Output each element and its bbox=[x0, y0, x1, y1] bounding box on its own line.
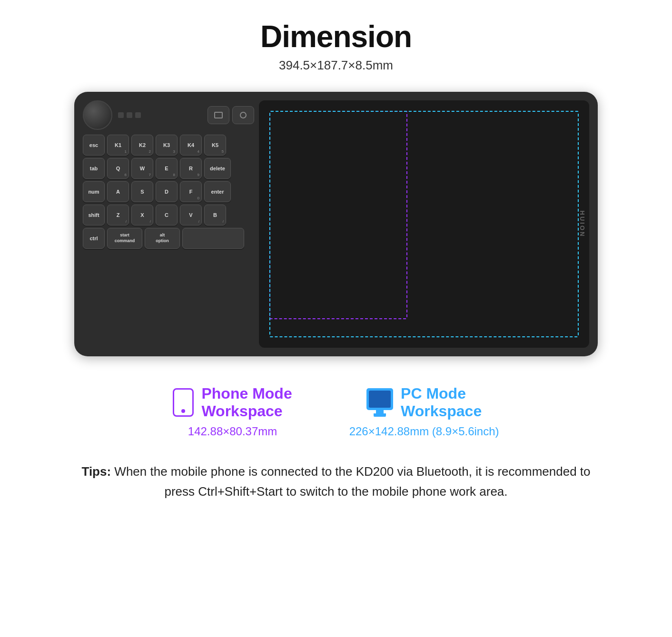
page-subtitle: 394.5×187.7×8.5mm bbox=[279, 58, 393, 73]
monitor-mode-icon bbox=[366, 388, 393, 410]
top-controls-row bbox=[83, 100, 254, 130]
pc-mode-header: PC Mode Workspace bbox=[366, 385, 482, 420]
power-icon bbox=[240, 112, 247, 118]
phone-mode-title-block: Phone Mode Workspace bbox=[201, 385, 292, 420]
phone-mode-measurement: 142.88×80.37mm bbox=[188, 425, 277, 438]
key-e: E8 bbox=[156, 158, 178, 179]
key-x: X/ bbox=[131, 205, 153, 225]
key-tab: tab bbox=[83, 158, 105, 179]
key-row-2: tab Q6 W7 E8 R9 delete bbox=[83, 158, 254, 179]
pc-mode-item: PC Mode Workspace 226×142.88mm (8.9×5.6i… bbox=[349, 385, 499, 438]
key-row-5: ctrl startcommand altoption bbox=[83, 228, 254, 249]
key-a: A bbox=[107, 181, 129, 202]
page-title: Dimension bbox=[260, 19, 412, 54]
key-num: num bbox=[83, 181, 105, 202]
key-row-1: esc K11 K22 K33 K44 K55 bbox=[83, 135, 254, 156]
tips-label: Tips: bbox=[81, 464, 111, 479]
pc-mode-title: PC Mode Workspace bbox=[401, 385, 482, 420]
mode-info-section: Phone Mode Workspace 142.88×80.37mm PC M… bbox=[29, 385, 643, 438]
top-function-buttons bbox=[208, 106, 254, 124]
key-row-4: shift Z/ X/ C V/ B/ bbox=[83, 205, 254, 225]
tablet-illustration: esc K11 K22 K33 K44 K55 tab Q6 W7 E8 R9 … bbox=[74, 92, 598, 356]
key-z: Z/ bbox=[107, 205, 129, 225]
key-q: Q6 bbox=[107, 158, 129, 179]
key-c: C bbox=[156, 205, 178, 225]
key-row-3: num A S D F0 enter bbox=[83, 181, 254, 202]
scroll-dial bbox=[83, 100, 112, 130]
key-ctrl: ctrl bbox=[83, 228, 105, 249]
tips-section: Tips: When the mobile phone is connected… bbox=[74, 462, 598, 501]
key-r: R9 bbox=[180, 158, 202, 179]
key-w: W7 bbox=[131, 158, 153, 179]
key-start-command: startcommand bbox=[107, 228, 142, 249]
s-icon bbox=[214, 112, 223, 118]
tablet-body: esc K11 K22 K33 K44 K55 tab Q6 W7 E8 R9 … bbox=[74, 92, 598, 356]
key-enter: enter bbox=[204, 181, 231, 202]
tips-text: When the mobile phone is connected to th… bbox=[111, 464, 590, 499]
pc-mode-title-block: PC Mode Workspace bbox=[401, 385, 482, 420]
battery-indicator bbox=[127, 112, 132, 118]
key-d: D bbox=[156, 181, 178, 202]
key-rows: esc K11 K22 K33 K44 K55 tab Q6 W7 E8 R9 … bbox=[83, 135, 254, 249]
pc-mode-measurement: 226×142.88mm (8.9×5.6inch) bbox=[349, 425, 499, 438]
key-shift: shift bbox=[83, 205, 105, 225]
keyboard-section: esc K11 K22 K33 K44 K55 tab Q6 W7 E8 R9 … bbox=[83, 100, 259, 348]
phone-mode-header: Phone Mode Workspace bbox=[173, 385, 292, 420]
bluetooth-indicator bbox=[118, 112, 124, 118]
pc-workspace-outline bbox=[269, 111, 579, 337]
power-button bbox=[232, 106, 254, 124]
key-b: B/ bbox=[204, 205, 226, 225]
phone-mode-item: Phone Mode Workspace 142.88×80.37mm bbox=[173, 385, 292, 438]
key-esc: esc bbox=[83, 135, 105, 156]
key-k1: K11 bbox=[107, 135, 129, 156]
key-alt-option: altoption bbox=[145, 228, 180, 249]
connection-indicator bbox=[135, 112, 141, 118]
drawing-surface: HUION bbox=[259, 100, 589, 348]
phone-mode-icon bbox=[173, 388, 194, 417]
key-v: V/ bbox=[180, 205, 202, 225]
brand-label: HUION bbox=[579, 211, 586, 238]
key-k2: K22 bbox=[131, 135, 153, 156]
phone-mode-title: Phone Mode Workspace bbox=[201, 385, 292, 420]
key-space bbox=[182, 228, 244, 249]
function-key-s bbox=[208, 106, 229, 124]
status-indicators bbox=[118, 112, 141, 118]
key-k3: K33 bbox=[156, 135, 178, 156]
key-delete: delete bbox=[204, 158, 231, 179]
key-f: F0 bbox=[180, 181, 202, 202]
key-s: S bbox=[131, 181, 153, 202]
key-k4: K44 bbox=[180, 135, 202, 156]
key-k5: K55 bbox=[204, 135, 226, 156]
